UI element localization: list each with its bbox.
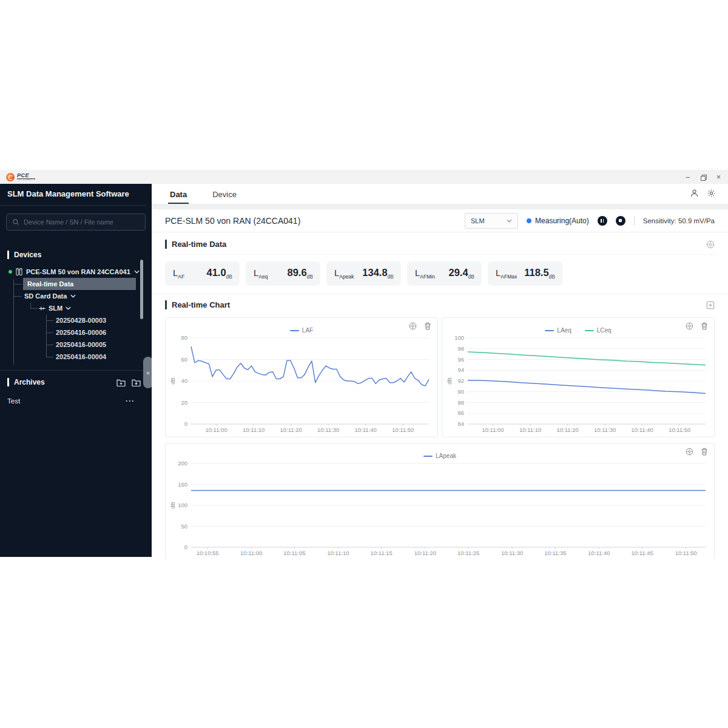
pce-logo: PCE INSTRUMENTS (6, 173, 35, 181)
tree-item-file[interactable]: 20250416-00005 (56, 339, 106, 351)
svg-text:0: 0 (184, 420, 187, 427)
svg-text:10:11:25: 10:11:25 (457, 550, 479, 556)
tab-device[interactable]: Device (211, 186, 238, 204)
svg-text:50: 50 (181, 523, 187, 530)
divider (634, 216, 635, 226)
import-archive-icon[interactable] (132, 379, 141, 386)
devices-section-label: Devices (7, 251, 41, 259)
tree-line (30, 303, 31, 308)
svg-text:10:11:20: 10:11:20 (280, 426, 302, 433)
delete-chart-icon[interactable] (701, 448, 708, 456)
add-chart-icon[interactable] (706, 301, 715, 309)
svg-text:86: 86 (457, 410, 464, 416)
chevron-down-icon (70, 294, 76, 298)
legend-item-LAeq[interactable]: LAeq (545, 327, 571, 334)
chevron-down-icon (507, 219, 512, 223)
chart-legend: LAeqLCeq (442, 327, 714, 334)
svg-text:10:11:40: 10:11:40 (355, 426, 377, 433)
tab-bar: Data Device (152, 184, 728, 204)
search-icon (12, 218, 19, 226)
delete-chart-icon[interactable] (424, 322, 431, 330)
search-input[interactable]: Device Name / SN / File name (6, 214, 146, 231)
tree-item-device[interactable]: PCE-SLM 50 von RAN 24CCA041 (8, 266, 140, 278)
tree-item-label: SD Card Data (24, 292, 67, 300)
svg-text:88: 88 (457, 399, 464, 406)
tree-item-realtime-data[interactable]: Real-time Data (23, 278, 136, 290)
legend-item-LApeak[interactable]: LApeak (423, 453, 456, 459)
device-title: PCE-SLM 50 von RAN (24CCA041) (165, 216, 300, 226)
online-status-dot (8, 270, 12, 274)
pce-logo-icon (6, 173, 15, 181)
svg-text:10:11:30: 10:11:30 (594, 426, 616, 433)
metric-card-laf: LAF 41.0dB (165, 261, 240, 286)
tree-line (46, 332, 53, 333)
tab-data[interactable]: Data (168, 186, 189, 204)
more-options-icon[interactable]: ··· (126, 397, 135, 405)
sliders-icon (39, 306, 46, 311)
sensitivity-label: Sensitivity: 50.9 mV/Pa (643, 217, 715, 224)
legend-item-LAF[interactable]: LAF (290, 327, 313, 334)
svg-text:10:11:00: 10:11:00 (240, 550, 262, 556)
app-title: SLM Data Management Software (0, 184, 147, 206)
tree-line (13, 296, 22, 297)
tree-item-slm[interactable]: SLM (39, 302, 71, 314)
realtime-data-section-label: Real-time Data (165, 240, 226, 249)
pause-button[interactable] (598, 216, 607, 226)
archives-section-label: Archives (7, 378, 45, 386)
tree-item-label: SLM (49, 305, 62, 312)
sidebar: SLM Data Management Software Device Name… (0, 184, 152, 557)
search-placeholder: Device Name / SN / File name (24, 218, 113, 226)
chart-settings-icon[interactable] (409, 322, 417, 330)
divider (165, 254, 715, 255)
svg-text:94: 94 (457, 366, 464, 373)
svg-text:10:11:45: 10:11:45 (632, 550, 653, 556)
new-archive-folder-icon[interactable] (116, 379, 126, 386)
archive-item-test[interactable]: Test ··· (7, 395, 135, 407)
legend-line-icon (290, 330, 299, 331)
svg-text:80: 80 (181, 335, 187, 341)
svg-text:10:11:30: 10:11:30 (501, 550, 523, 556)
svg-text:10:11:00: 10:11:00 (205, 426, 227, 433)
delete-chart-icon[interactable] (701, 322, 708, 330)
tree-line (46, 320, 53, 321)
svg-text:10:11:05: 10:11:05 (283, 550, 305, 556)
chart-legend: LAF (166, 327, 437, 334)
tree-item-file[interactable]: 20250428-00003 (56, 314, 106, 326)
user-icon[interactable] (690, 189, 699, 198)
sidebar-scrollbar[interactable] (140, 260, 143, 319)
tree-item-sd-card-data[interactable]: SD Card Data (24, 290, 76, 302)
metric-card-laeq: LAeq 89.6dB (246, 261, 320, 286)
svg-text:10:11:50: 10:11:50 (675, 550, 697, 556)
restore-button[interactable] (701, 174, 706, 181)
stop-button[interactable] (616, 216, 625, 226)
legend-item-LCeq[interactable]: LCeq (585, 327, 612, 334)
svg-text:150: 150 (178, 481, 187, 488)
tree-line (30, 308, 38, 309)
svg-text:200: 200 (178, 460, 187, 467)
legend-line-icon (423, 456, 433, 457)
chart-settings-icon[interactable] (686, 322, 693, 330)
file-name: 20250416-00004 (56, 353, 106, 360)
archive-item-label: Test (7, 397, 20, 405)
data-settings-icon[interactable] (706, 240, 715, 249)
svg-text:10:11:15: 10:11:15 (371, 550, 393, 556)
tree-line (13, 284, 22, 285)
window-titlebar: PCE INSTRUMENTS – × (0, 170, 728, 184)
svg-text:10:11:20: 10:11:20 (414, 550, 436, 556)
svg-text:98: 98 (457, 345, 464, 352)
settings-gear-icon[interactable] (707, 189, 716, 198)
tree-item-file[interactable]: 20250416-00006 (56, 326, 106, 339)
svg-text:92: 92 (457, 377, 464, 384)
chart-settings-icon[interactable] (686, 448, 693, 456)
mode-select[interactable]: SLM (465, 213, 518, 229)
close-button[interactable]: × (716, 174, 721, 181)
svg-text:96: 96 (457, 356, 464, 363)
metric-card-lapeak: LApeak 134.8dB (326, 261, 401, 286)
svg-text:84: 84 (457, 420, 464, 427)
minimize-button[interactable]: – (686, 174, 690, 181)
svg-text:20: 20 (181, 399, 187, 406)
svg-text:10:11:35: 10:11:35 (544, 550, 566, 556)
svg-text:10:11:30: 10:11:30 (317, 426, 339, 433)
file-name: 20250428-00003 (56, 317, 106, 324)
tree-item-file[interactable]: 20250416-00004 (56, 351, 106, 363)
